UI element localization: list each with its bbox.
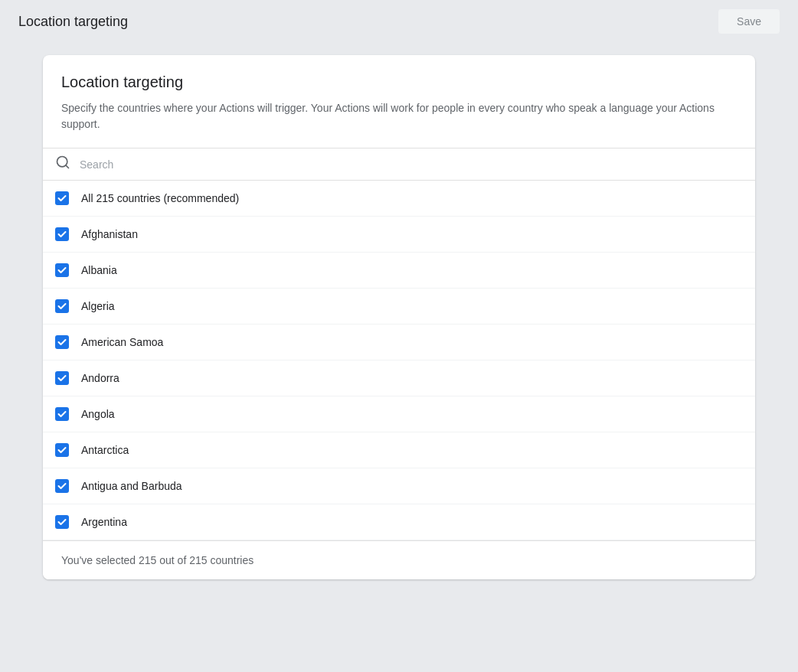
country-checkbox[interactable] bbox=[55, 515, 69, 529]
country-name: Argentina bbox=[81, 516, 127, 528]
country-name: Angola bbox=[81, 408, 115, 420]
country-name: Algeria bbox=[81, 300, 115, 312]
search-icon bbox=[55, 155, 70, 174]
list-item[interactable]: Albania bbox=[43, 253, 755, 289]
country-checkbox[interactable] bbox=[55, 227, 69, 241]
list-item[interactable]: All 215 countries (recommended) bbox=[43, 181, 755, 217]
list-item[interactable]: American Samoa bbox=[43, 325, 755, 360]
list-item[interactable]: Andorra bbox=[43, 360, 755, 396]
card-header: Location targeting Specify the countries… bbox=[43, 55, 755, 148]
list-item[interactable]: Antarctica bbox=[43, 432, 755, 468]
page-title: Location targeting bbox=[18, 14, 128, 30]
country-name: Antigua and Barbuda bbox=[81, 480, 182, 492]
card-description: Specify the countries where your Actions… bbox=[61, 100, 720, 132]
search-bar bbox=[43, 148, 755, 181]
country-checkbox[interactable] bbox=[55, 407, 69, 421]
country-checkbox[interactable] bbox=[55, 299, 69, 313]
card-title: Location targeting bbox=[61, 73, 737, 91]
country-checkbox[interactable] bbox=[55, 263, 69, 277]
country-list-wrapper: All 215 countries (recommended) Afghanis… bbox=[43, 181, 755, 540]
country-checkbox[interactable] bbox=[55, 191, 69, 205]
country-checkbox[interactable] bbox=[55, 443, 69, 457]
country-name: Albania bbox=[81, 264, 117, 276]
list-item[interactable]: Afghanistan bbox=[43, 217, 755, 253]
country-name: All 215 countries (recommended) bbox=[81, 192, 239, 204]
card-footer: You've selected 215 out of 215 countries bbox=[43, 540, 755, 579]
country-checkbox[interactable] bbox=[55, 335, 69, 349]
save-button[interactable]: Save bbox=[718, 9, 780, 34]
country-checkbox[interactable] bbox=[55, 371, 69, 385]
country-name: Afghanistan bbox=[81, 228, 138, 240]
footer-selected-count: You've selected 215 out of 215 countries bbox=[61, 554, 253, 566]
country-checkbox[interactable] bbox=[55, 479, 69, 493]
country-list: All 215 countries (recommended) Afghanis… bbox=[43, 181, 755, 540]
country-name: Andorra bbox=[81, 372, 119, 384]
country-name: American Samoa bbox=[81, 336, 163, 348]
search-input[interactable] bbox=[80, 158, 743, 171]
list-item[interactable]: Argentina bbox=[43, 504, 755, 540]
list-item[interactable]: Antigua and Barbuda bbox=[43, 468, 755, 504]
list-item[interactable]: Algeria bbox=[43, 289, 755, 325]
svg-line-1 bbox=[66, 165, 69, 168]
main-card: Location targeting Specify the countries… bbox=[43, 55, 755, 579]
country-name: Antarctica bbox=[81, 444, 129, 456]
list-item[interactable]: Angola bbox=[43, 396, 755, 432]
